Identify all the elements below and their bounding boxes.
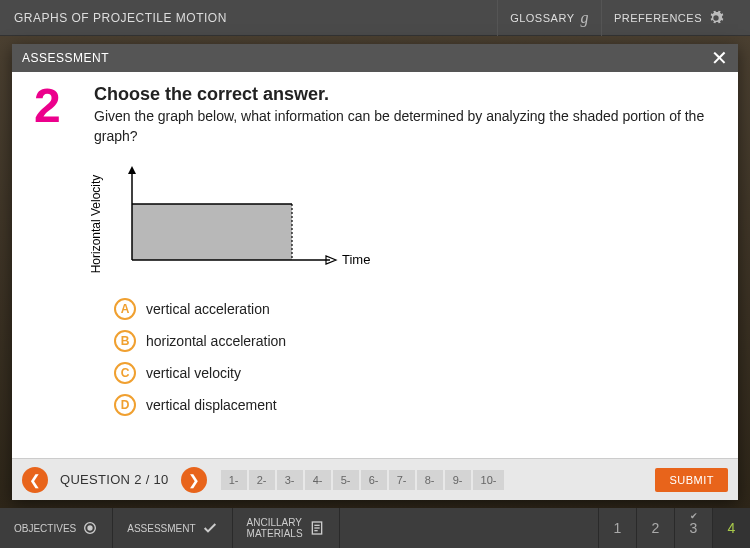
chart-ylabel: Horizontal Velocity: [89, 175, 103, 274]
question-prompt: Given the graph below, what information …: [94, 107, 718, 146]
checkmark-icon: ✔: [690, 511, 698, 521]
tab-objectives[interactable]: OBJECTIVES: [0, 508, 113, 548]
top-bar: GRAPHS OF PROJECTILE MOTION GLOSSARY g P…: [0, 0, 750, 36]
question-nav-item[interactable]: 10-: [473, 470, 505, 490]
preferences-label: PREFERENCES: [614, 12, 702, 24]
question-nav-item[interactable]: 4-: [305, 470, 331, 490]
ancillary-label-1: ANCILLARY: [247, 517, 303, 528]
app-title: GRAPHS OF PROJECTILE MOTION: [14, 11, 497, 25]
chart-xlabel: Time: [342, 252, 370, 267]
question-number: 2: [34, 78, 61, 133]
document-icon: [309, 520, 325, 536]
chevron-right-icon: ❯: [188, 472, 200, 488]
question-instruction: Choose the correct answer.: [94, 84, 718, 105]
glossary-icon: g: [580, 9, 589, 27]
question-counter: QUESTION 2 / 10: [60, 472, 169, 487]
question-nav-item[interactable]: 5-: [333, 470, 359, 490]
submit-button[interactable]: SUBMIT: [655, 468, 728, 492]
page-numbers: 1 2 ✔3 4: [598, 508, 750, 548]
objectives-label: OBJECTIVES: [14, 523, 76, 534]
tab-assessment[interactable]: ASSESSMENT: [113, 508, 232, 548]
question-nav-item[interactable]: 7-: [389, 470, 415, 490]
option-letter: C: [114, 362, 136, 384]
question-nav-item[interactable]: 1-: [221, 470, 247, 490]
option-letter: D: [114, 394, 136, 416]
tab-ancillary-materials[interactable]: ANCILLARY MATERIALS: [233, 508, 340, 548]
svg-rect-0: [132, 204, 292, 260]
preferences-button[interactable]: PREFERENCES: [601, 0, 736, 36]
question-nav-item[interactable]: 8-: [417, 470, 443, 490]
option-c[interactable]: C vertical velocity: [114, 362, 718, 384]
glossary-button[interactable]: GLOSSARY g: [497, 0, 601, 36]
question-nav-item[interactable]: 9-: [445, 470, 471, 490]
question-chart: Horizontal Velocity Time: [114, 164, 374, 284]
option-letter: A: [114, 298, 136, 320]
option-text: vertical velocity: [146, 365, 241, 381]
question-nav-item[interactable]: 2-: [249, 470, 275, 490]
prev-question-button[interactable]: ❮: [22, 467, 48, 493]
option-letter: B: [114, 330, 136, 352]
page-num-3[interactable]: ✔3: [674, 508, 712, 548]
check-icon: [202, 520, 218, 536]
target-icon: [82, 520, 98, 536]
option-text: vertical displacement: [146, 397, 277, 413]
option-a[interactable]: A vertical acceleration: [114, 298, 718, 320]
modal-footer: ❮ QUESTION 2 / 10 ❯ 1- 2- 3- 4- 5- 6- 7-…: [12, 458, 738, 500]
question-nav-item[interactable]: 3-: [277, 470, 303, 490]
svg-point-8: [88, 526, 92, 530]
question-nav: 1- 2- 3- 4- 5- 6- 7- 8- 9- 10-: [221, 470, 505, 490]
gear-icon: [708, 10, 724, 26]
option-text: horizontal acceleration: [146, 333, 286, 349]
close-icon[interactable]: ✕: [711, 48, 729, 68]
chart-svg: [114, 164, 344, 274]
assessment-modal: ASSESSMENT ✕ 2 Choose the correct answer…: [12, 44, 738, 500]
ancillary-label-2: MATERIALS: [247, 528, 303, 539]
content-zone: ASSESSMENT ✕ 2 Choose the correct answer…: [0, 36, 750, 508]
answer-options: A vertical acceleration B horizontal acc…: [114, 298, 718, 416]
assessment-label: ASSESSMENT: [127, 523, 195, 534]
page-num-4[interactable]: 4: [712, 508, 750, 548]
svg-marker-4: [128, 166, 136, 174]
modal-body: 2 Choose the correct answer. Given the g…: [12, 72, 738, 458]
page-num-2[interactable]: 2: [636, 508, 674, 548]
option-text: vertical acceleration: [146, 301, 270, 317]
page-num-1[interactable]: 1: [598, 508, 636, 548]
option-d[interactable]: D vertical displacement: [114, 394, 718, 416]
glossary-label: GLOSSARY: [510, 12, 574, 24]
modal-header: ASSESSMENT ✕: [12, 44, 738, 72]
question-nav-item[interactable]: 6-: [361, 470, 387, 490]
bottom-bar: OBJECTIVES ASSESSMENT ANCILLARY MATERIAL…: [0, 508, 750, 548]
option-b[interactable]: B horizontal acceleration: [114, 330, 718, 352]
chevron-left-icon: ❮: [29, 472, 41, 488]
modal-title: ASSESSMENT: [22, 51, 109, 65]
next-question-button[interactable]: ❯: [181, 467, 207, 493]
